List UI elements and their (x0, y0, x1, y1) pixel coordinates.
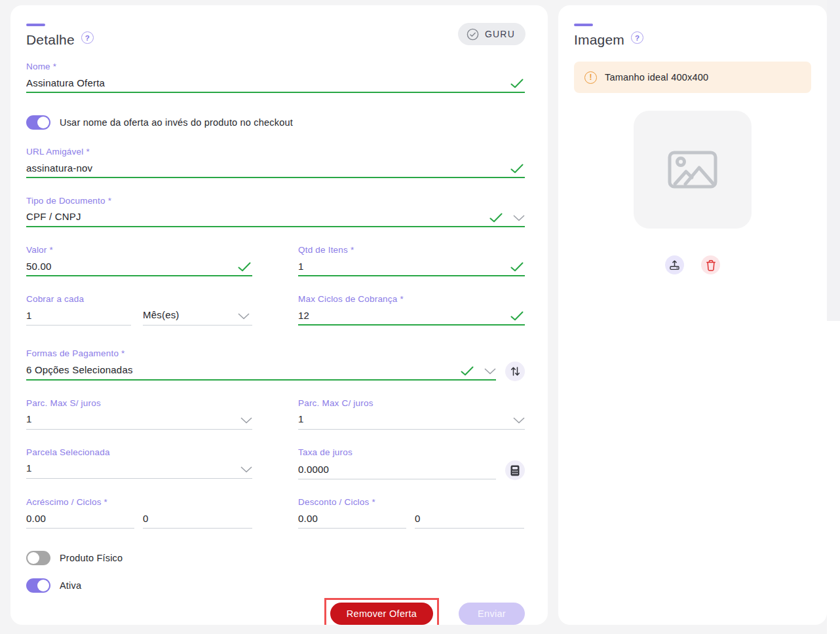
select-value: 1 (26, 460, 252, 477)
field-label: Max Ciclos de Cobrança * (298, 294, 525, 304)
field-label: Formas de Pagamento * (26, 348, 525, 358)
title-accent-dash (26, 24, 45, 26)
title-accent-dash (574, 24, 593, 26)
field-max-ciclos: Max Ciclos de Cobrança * (298, 294, 525, 326)
calculate-interest-button[interactable] (505, 460, 525, 480)
valor-input[interactable] (26, 258, 252, 274)
field-label: Parc. Max S/ juros (26, 398, 252, 408)
field-label: URL Amigável * (26, 147, 525, 157)
select-value: CPF / CNPJ (26, 209, 525, 225)
delete-image-button[interactable] (701, 255, 720, 274)
chevron-down-icon (513, 417, 525, 424)
produto-fisico-toggle[interactable] (26, 551, 50, 565)
scrollbar-thumb[interactable] (827, 0, 840, 321)
field-tipo-documento: Tipo de Documento * CPF / CNPJ (26, 196, 525, 227)
cobrar-a-cada-input[interactable] (26, 307, 131, 324)
select-value: 6 Opções Selecionadas (26, 362, 496, 379)
toggle-row-ativa: Ativa (26, 578, 525, 593)
chevron-down-icon (240, 417, 252, 424)
image-card-title: Imagem (574, 32, 624, 48)
remover-oferta-button[interactable]: Remover Oferta (330, 603, 433, 625)
taxa-juros-input[interactable] (298, 461, 496, 477)
help-icon[interactable]: ? (631, 31, 643, 44)
enviar-button[interactable]: Enviar (459, 603, 525, 625)
chevron-down-icon (240, 466, 252, 473)
sort-payment-methods-button[interactable] (505, 362, 525, 381)
annotation-highlight-box: Remover Oferta (324, 598, 439, 625)
acrescimo-valor-input[interactable] (26, 510, 134, 527)
ativa-toggle[interactable] (26, 578, 50, 593)
valid-check-icon (510, 79, 524, 88)
alert-text: Tamanho ideal 400x400 (605, 72, 708, 83)
toggle-row-produto-fisico: Produto Físico (26, 551, 525, 565)
formas-pagamento-select[interactable]: 6 Opções Selecionadas (26, 362, 496, 381)
qtd-itens-input[interactable] (298, 258, 525, 274)
field-label: Nome * (26, 62, 525, 71)
nome-input[interactable] (26, 75, 525, 91)
toggle-knob (28, 552, 39, 564)
field-qtd-itens: Qtd de Itens * (298, 245, 525, 276)
toggle-row-usar-nome: Usar nome da oferta ao invés do produto … (26, 115, 525, 130)
desconto-ciclos-input[interactable] (415, 510, 524, 527)
field-desconto-ciclos: Desconto / Ciclos * (298, 497, 525, 529)
field-nome: Nome * (26, 62, 525, 93)
parcela-selecionada-select[interactable]: 1 (26, 460, 252, 479)
field-label: Valor * (26, 245, 252, 255)
field-cobrar-a-cada: Cobrar a cada Mês(es) (26, 294, 252, 326)
toggle-label: Produto Físico (60, 553, 123, 563)
guru-badge: GURU (458, 23, 525, 45)
help-icon[interactable]: ? (81, 31, 94, 44)
valid-check-icon (510, 164, 524, 174)
image-size-alert: ! Tamanho ideal 400x400 (574, 62, 811, 93)
field-label: Desconto / Ciclos * (298, 497, 525, 507)
chevron-down-icon (513, 215, 525, 221)
field-formas-pagamento: Formas de Pagamento * 6 Opções Seleciona… (26, 348, 525, 381)
field-label: Parcela Selecionada (26, 447, 252, 457)
periodo-select[interactable]: Mês(es) (143, 307, 252, 326)
toggle-label: Ativa (60, 580, 81, 591)
select-value: 1 (26, 411, 252, 428)
upload-icon (669, 259, 680, 270)
acrescimo-ciclos-input[interactable] (143, 510, 252, 527)
toggle-knob (37, 580, 49, 591)
valid-check-icon (510, 262, 524, 272)
max-ciclos-input[interactable] (298, 307, 525, 324)
toggle-label: Usar nome da oferta ao invés do produto … (60, 117, 293, 128)
page-scrollbar[interactable] (827, 0, 840, 634)
chevron-down-icon (484, 368, 496, 375)
field-label: Parc. Max C/ juros (298, 398, 525, 408)
check-circle-icon (467, 28, 479, 41)
toggle-knob (37, 117, 49, 128)
tipo-documento-select[interactable]: CPF / CNPJ (26, 209, 525, 227)
field-parcela-selecionada: Parcela Selecionada 1 (26, 447, 252, 479)
field-label: Acréscimo / Ciclos * (26, 497, 252, 507)
valid-check-icon (238, 262, 251, 272)
url-amigavel-input[interactable] (26, 160, 525, 176)
field-url-amigavel: URL Amigável * (26, 147, 525, 178)
field-label: Qtd de Itens * (298, 245, 525, 255)
parc-max-sem-juros-select[interactable]: 1 (26, 411, 252, 430)
field-parc-max-sem-juros: Parc. Max S/ juros 1 (26, 398, 252, 430)
guru-badge-label: GURU (485, 29, 515, 39)
desconto-valor-input[interactable] (298, 510, 406, 527)
image-upload-placeholder[interactable] (634, 111, 752, 229)
calculator-icon (510, 465, 520, 476)
usar-nome-toggle[interactable] (26, 115, 50, 130)
field-label: Cobrar a cada (26, 294, 252, 304)
field-label: Tipo de Documento * (26, 196, 525, 206)
detail-card-title: Detalhe (26, 32, 75, 48)
trash-icon (706, 259, 716, 271)
valid-check-icon (461, 366, 474, 376)
field-valor: Valor * (26, 245, 252, 276)
select-value: Mês(es) (143, 307, 252, 324)
field-label: Taxa de juros (298, 447, 525, 457)
image-placeholder-icon (668, 151, 717, 189)
parc-max-com-juros-select[interactable]: 1 (298, 411, 525, 430)
upload-image-button[interactable] (665, 255, 684, 274)
sort-arrows-icon (510, 366, 520, 377)
field-parc-max-com-juros: Parc. Max C/ juros 1 (298, 398, 525, 430)
valid-check-icon (489, 213, 503, 223)
detail-card: Detalhe ? GURU Nome * Usar nome da ofert… (10, 5, 548, 625)
image-card: Imagem ? ! Tamanho ideal 400x400 (558, 5, 827, 625)
field-acrescimo-ciclos: Acréscimo / Ciclos * (26, 497, 252, 529)
